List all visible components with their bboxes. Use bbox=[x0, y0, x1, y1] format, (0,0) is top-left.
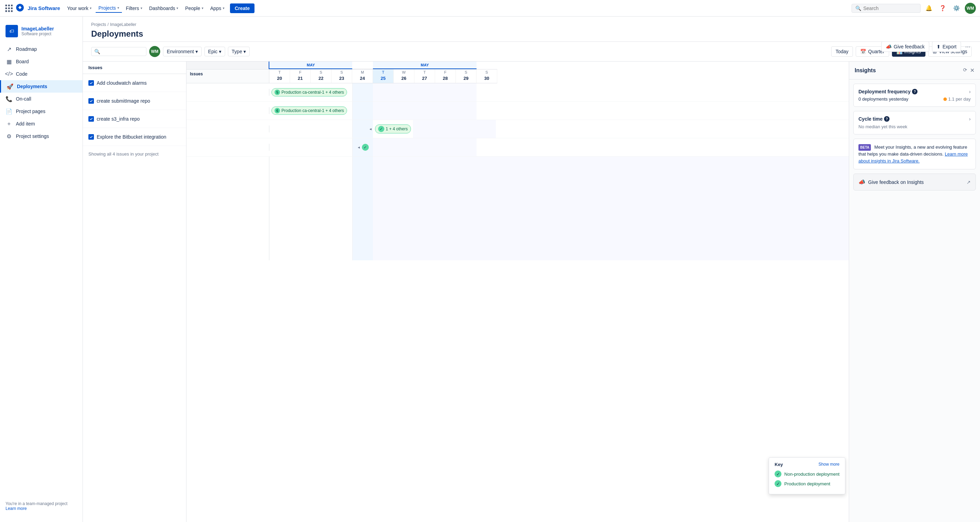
notifications-icon[interactable]: 🔔 bbox=[923, 3, 934, 14]
give-feedback-button[interactable]: 📣 Give feedback bbox=[881, 42, 929, 52]
epic-filter[interactable]: Epic ▾ bbox=[204, 47, 225, 56]
search-icon: 🔍 bbox=[94, 49, 100, 54]
show-more-link[interactable]: Show more bbox=[818, 462, 840, 467]
beta-card: BETA Meet your Insights, a new and evolv… bbox=[853, 139, 976, 169]
feedback-icon: 📣 bbox=[858, 179, 865, 185]
create-button[interactable]: Create bbox=[230, 3, 255, 13]
issue-row[interactable]: Explore the Bitbucket integration bbox=[83, 128, 186, 146]
sidebar-item-roadmap[interactable]: ↗ Roadmap bbox=[0, 43, 83, 55]
nav-dashboards[interactable]: Dashboards ▾ bbox=[146, 4, 181, 13]
nav-filters[interactable]: Filters ▾ bbox=[123, 4, 145, 13]
sidebar-item-label: Project pages bbox=[16, 109, 46, 114]
day-col-27: T27 bbox=[414, 69, 435, 83]
nonprod-icon: ✓ bbox=[775, 471, 781, 477]
chevron-right-icon[interactable]: › bbox=[969, 116, 970, 122]
sidebar-item-project-pages[interactable]: 📄 Project pages bbox=[0, 105, 83, 118]
issues-panel: Issues Add cloudwatch alarms create subm… bbox=[83, 62, 186, 522]
chevron-down-icon: ▾ bbox=[243, 49, 246, 54]
project-name[interactable]: ImageLabeller bbox=[21, 26, 54, 32]
deploy-chip-row2[interactable]: 6 Production ca-central-1 + 4 others bbox=[269, 104, 352, 117]
nav-projects[interactable]: Projects ▾ bbox=[95, 4, 122, 13]
svg-rect-0 bbox=[6, 5, 7, 6]
issue-row[interactable]: Add cloudwatch alarms bbox=[83, 74, 186, 92]
pages-icon: 📄 bbox=[6, 108, 13, 115]
check-circle-icon: ✓ bbox=[362, 144, 369, 151]
chevron-right-icon[interactable]: › bbox=[969, 89, 970, 94]
issue-row[interactable]: create submitImage repo bbox=[83, 92, 186, 110]
learn-more-link[interactable]: Learn more bbox=[6, 506, 27, 511]
insights-header: Insights ⟳ ✕ bbox=[849, 62, 980, 80]
app-layout: 🏷 ImageLabeller Software project ↗ Roadm… bbox=[0, 17, 980, 522]
calendar-row: 5 Production ca-central-1 + 4 others bbox=[186, 83, 849, 102]
settings-icon[interactable]: ⚙️ bbox=[951, 3, 962, 14]
feedback-label: Give feedback on Insights bbox=[868, 179, 924, 185]
project-icon: 🏷 bbox=[6, 25, 18, 37]
grid-menu-icon[interactable] bbox=[4, 3, 14, 13]
calendar-panel: MAY MAY Issues bbox=[186, 62, 849, 522]
chevron-icon: ▾ bbox=[140, 6, 142, 10]
svg-rect-3 bbox=[6, 7, 7, 9]
sidebar-item-project-settings[interactable]: ⚙ Project settings bbox=[0, 130, 83, 142]
sidebar-item-label: Board bbox=[16, 59, 29, 64]
help-icon[interactable]: ? bbox=[884, 116, 889, 122]
code-icon: </> bbox=[6, 70, 13, 77]
top-navigation: Jira Software Your work ▾ Projects ▾ Fil… bbox=[0, 0, 980, 17]
sidebar-item-deployments[interactable]: 🚀 Deployments bbox=[0, 80, 83, 93]
help-icon[interactable]: ? bbox=[912, 89, 918, 94]
issue-name: create s3_infra repo bbox=[97, 116, 140, 122]
refresh-icon[interactable]: ⟳ bbox=[963, 67, 967, 73]
more-options-button[interactable]: ··· bbox=[964, 42, 972, 52]
help-icon[interactable]: ❓ bbox=[937, 3, 948, 14]
sidebar-item-oncall[interactable]: 📞 On-call bbox=[0, 93, 83, 105]
breadcrumb-project-name[interactable]: ImageLabeller bbox=[110, 22, 137, 27]
toolbar: 🔍 WM Environment ▾ Epic ▾ Type ▾ Today 📅… bbox=[83, 42, 980, 62]
day-col-22: S22 bbox=[311, 69, 331, 83]
deploy-chip-row1[interactable]: 5 Production ca-central-1 + 4 others bbox=[269, 86, 352, 99]
today-button[interactable]: Today bbox=[831, 46, 853, 57]
deploy-chip-row3[interactable]: ✓ 1 + 4 others bbox=[373, 122, 413, 136]
nav-people[interactable]: People ▾ bbox=[182, 4, 206, 13]
toolbar-search-input[interactable] bbox=[102, 49, 143, 54]
external-link-icon: ↗ bbox=[967, 179, 970, 185]
sidebar-item-code[interactable]: </> Code bbox=[0, 68, 83, 80]
sidebar-item-board[interactable]: ▦ Board bbox=[0, 55, 83, 68]
page-header: Projects / ImageLabeller Deployments bbox=[83, 17, 980, 42]
give-feedback-insights-card[interactable]: 📣 Give feedback on Insights ↗ bbox=[853, 174, 976, 190]
issue-checkbox bbox=[88, 134, 94, 140]
day-col-25: T25 bbox=[373, 69, 394, 83]
chip-text: Production ca-central-1 + 4 others bbox=[282, 90, 344, 95]
settings-icon: ⚙ bbox=[6, 133, 13, 140]
chevron-down-icon: ▾ bbox=[196, 49, 198, 54]
close-icon[interactable]: ✕ bbox=[970, 67, 974, 73]
day-col-26: W26 bbox=[394, 69, 414, 83]
issues-header: Issues bbox=[83, 62, 186, 74]
beta-badge: BETA bbox=[858, 144, 871, 151]
export-icon: ⬆ bbox=[937, 44, 941, 49]
sidebar-item-add-item[interactable]: ＋ Add item bbox=[0, 118, 83, 130]
add-icon: ＋ bbox=[6, 120, 13, 127]
toolbar-avatar[interactable]: WM bbox=[149, 46, 160, 57]
breadcrumb-projects[interactable]: Projects bbox=[91, 22, 106, 27]
type-filter[interactable]: Type ▾ bbox=[228, 47, 250, 56]
cycle-time-value: No median yet this week bbox=[858, 124, 907, 129]
nav-your-work[interactable]: Your work ▾ bbox=[64, 4, 94, 13]
main-content: Projects / ImageLabeller Deployments 📣 G… bbox=[83, 17, 980, 522]
environment-filter[interactable]: Environment ▾ bbox=[163, 47, 202, 56]
nav-apps[interactable]: Apps ▾ bbox=[208, 4, 227, 13]
chevron-icon: ▾ bbox=[90, 6, 92, 10]
sidebar: 🏷 ImageLabeller Software project ↗ Roadm… bbox=[0, 17, 83, 522]
search-box[interactable]: 🔍 bbox=[851, 4, 921, 13]
export-button[interactable]: ⬆ Export bbox=[932, 42, 961, 52]
jira-logo[interactable]: Jira Software bbox=[15, 3, 60, 13]
card-title: Deployment frequency bbox=[858, 89, 911, 94]
user-avatar[interactable]: WM bbox=[965, 3, 976, 14]
day-col-21: F21 bbox=[290, 69, 311, 83]
issue-row[interactable]: create s3_infra repo bbox=[83, 110, 186, 128]
toolbar-search[interactable]: 🔍 bbox=[91, 47, 146, 56]
svg-rect-8 bbox=[11, 10, 13, 12]
badge-dot bbox=[943, 97, 947, 101]
nav-arrow-left[interactable]: ◂ bbox=[357, 144, 361, 150]
nav-arrow-left[interactable]: ◂ bbox=[369, 126, 372, 132]
insights-title: Insights bbox=[855, 67, 876, 73]
search-input[interactable] bbox=[863, 6, 917, 11]
